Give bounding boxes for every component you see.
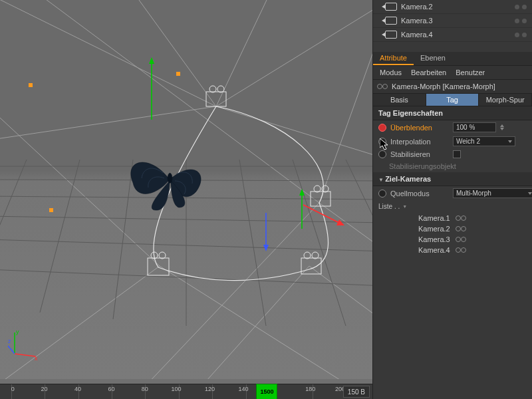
list-item-label: Kamera.4 [418,246,450,254]
list-item-label: Kamera.3 [418,235,450,243]
tag-title: Kamera-Morph [Kamera-Morph] [392,82,495,90]
object-label: Kamera.2 [401,3,433,11]
keyframe-dot[interactable] [378,138,386,146]
keyframe-dot[interactable] [378,190,386,198]
tl-label-180: 180 [305,386,315,392]
menu-benutzer[interactable]: Benutzer [456,68,485,76]
tl-label-60: 60 [108,386,114,392]
menu-bearbeiten[interactable]: Bearbeiten [411,68,446,76]
link-icon [456,215,466,221]
camera-icon [385,17,397,25]
spinner[interactable] [500,122,507,132]
svg-line-3 [216,0,372,106]
svg-line-27 [346,160,372,326]
prop-stabilisieren: Stabilisieren [373,148,532,160]
object-manager[interactable]: Kamera.2 Kamera.3 Kamera.4 [372,0,532,52]
object-row-kamera4[interactable]: Kamera.4 [373,28,532,42]
camera-icon [385,3,397,11]
prop-stab-objekt: Stabilisierungsobjekt [373,160,532,172]
object-label: Kamera.3 [401,17,433,25]
list-item[interactable]: Kamera.3 [418,234,527,245]
prop-interpolation: Interpolation Weich 2 [373,134,532,148]
prop-label-interpolation: Interpolation [390,138,449,146]
svg-line-23 [113,160,133,319]
svg-line-22 [40,160,80,313]
list-item[interactable]: Kamera.4 [418,245,527,255]
prop-label-quellmodus: Quellmodus [390,190,449,198]
object-label: Kamera.4 [401,31,433,39]
timeline[interactable]: 0 20 40 60 80 100 120 140 1500 180 200 1… [0,384,372,399]
timeline-playhead[interactable]: 1500 [257,384,277,399]
svg-line-2 [216,0,279,106]
prop-label-uberblenden: Überblenden [390,124,449,132]
tl-label-40: 40 [74,386,81,392]
svg-rect-50 [176,72,180,76]
svg-rect-28 [206,92,226,106]
subtab-basis[interactable]: Basis [373,94,426,106]
svg-line-26 [293,160,346,326]
list-item[interactable]: Kamera.2 [418,223,527,234]
svg-line-13 [309,266,372,372]
attr-menu: Modus Bearbeiten Benutzer [373,66,532,80]
liste-header[interactable]: Liste . . [378,203,527,210]
interpolation-dropdown[interactable]: Weich 2 [453,136,515,146]
tab-attribute[interactable]: Attribute [373,52,414,65]
kamera-liste: Liste . . Kamera.1 Kamera.2 Kamera.3 Kam… [373,200,532,258]
tl-label-20: 20 [41,386,48,392]
tl-label-120: 120 [205,386,215,392]
timeline-track[interactable]: 0 20 40 60 80 100 120 140 1500 180 200 [0,384,372,399]
attribute-panel: Attribute Ebenen Modus Bearbeiten Benutz… [372,52,532,399]
tl-label-140: 140 [238,386,248,392]
svg-rect-51 [49,208,53,212]
svg-line-9 [133,203,319,379]
tag-icon [377,83,388,90]
svg-line-11 [160,266,372,379]
prop-uberblenden: Überblenden [373,120,532,134]
attr-tabs: Attribute Ebenen [373,52,532,66]
link-icon [456,236,466,243]
object-row-kamera2[interactable]: Kamera.2 [373,0,532,14]
tl-label-80: 80 [142,386,148,392]
viewport-3d[interactable]: y x z [0,0,372,379]
svg-line-21 [0,160,27,306]
attr-subtabs: Basis Tag Morph-Spur [373,94,532,106]
svg-rect-49 [29,83,33,87]
svg-marker-41 [149,57,154,64]
camera-icon [385,31,397,39]
object-vis-dots[interactable] [515,19,527,23]
object-vis-dots[interactable] [515,33,527,37]
svg-line-6 [20,0,319,203]
prop-quellmodus: Quellmodus Multi-Morph [373,186,532,200]
tl-label-0: 0 [11,386,15,392]
menu-modus[interactable]: Modus [380,68,402,76]
subtab-morph[interactable]: Morph-Spur [479,94,532,106]
object-vis-dots[interactable] [515,5,527,9]
svg-line-10 [0,266,160,379]
svg-line-14 [166,266,309,379]
keyframe-dot[interactable] [378,124,386,132]
uberblenden-input[interactable] [453,122,496,132]
prop-label-stabilisieren: Stabilisieren [390,150,449,158]
svg-line-25 [239,160,266,326]
svg-line-0 [0,0,216,106]
quellmodus-dropdown[interactable]: Multi-Morph [453,188,532,198]
list-item[interactable]: Kamera.1 [418,213,527,223]
stabilisieren-checkbox[interactable] [453,150,461,158]
object-row-kamera3[interactable]: Kamera.3 [373,14,532,28]
list-item-label: Kamera.2 [418,225,450,233]
svg-line-4 [0,106,216,146]
tag-title-row: Kamera-Morph [Kamera-Morph] [373,80,532,94]
tl-label-100: 100 [172,386,182,392]
list-item-label: Kamera.1 [418,214,450,222]
tab-ebenen[interactable]: Ebenen [414,52,452,65]
svg-line-7 [319,0,372,203]
link-icon [456,247,466,253]
section-ziel-kameras[interactable]: Ziel-Kameras [373,172,532,186]
grid-floor [0,0,372,379]
keyframe-dot[interactable] [378,150,386,158]
link-icon [456,225,466,232]
subtab-tag[interactable]: Tag [426,94,479,106]
section-tag-eigenschaften: Tag Eigenschaften [373,106,532,120]
frame-display[interactable]: 150 B [343,386,370,398]
prop-label-stab-objekt: Stabilisierungsobjekt [389,162,475,170]
